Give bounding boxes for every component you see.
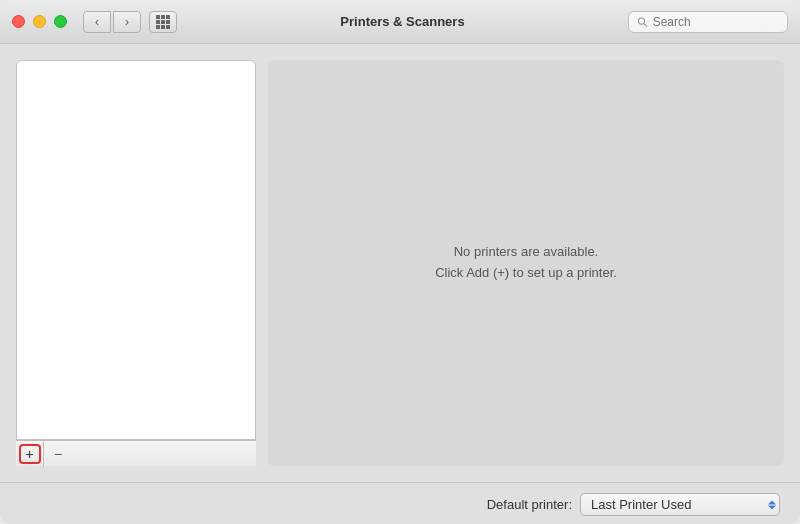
grid-view-button[interactable] xyxy=(149,11,177,33)
no-printers-line2: Click Add (+) to set up a printer. xyxy=(435,263,617,284)
maximize-button[interactable] xyxy=(54,15,67,28)
minus-icon: − xyxy=(54,446,62,462)
main-content: + − No printers are available. Click Add… xyxy=(0,44,800,482)
nav-buttons: ‹ › xyxy=(83,11,141,33)
search-box[interactable] xyxy=(628,11,788,33)
search-input[interactable] xyxy=(653,15,779,29)
printer-list-toolbar: + − xyxy=(16,440,256,466)
default-printer-select[interactable]: Last Printer Used xyxy=(580,493,780,516)
default-printer-select-wrapper: Last Printer Used xyxy=(580,493,780,516)
chevron-right-icon: › xyxy=(125,15,129,29)
close-button[interactable] xyxy=(12,15,25,28)
remove-printer-button[interactable]: − xyxy=(44,441,72,467)
no-printers-line1: No printers are available. xyxy=(435,242,617,263)
add-printer-button[interactable]: + xyxy=(16,441,44,467)
no-printers-message: No printers are available. Click Add (+)… xyxy=(435,242,617,284)
default-printer-row: Default printer: Last Printer Used xyxy=(20,493,780,516)
title-bar: ‹ › Printers & Scanners xyxy=(0,0,800,44)
svg-line-1 xyxy=(644,23,647,26)
printer-list xyxy=(16,60,256,440)
bottom-bar: Default printer: Last Printer Used Defau… xyxy=(0,482,800,524)
left-panel: + − xyxy=(16,60,256,466)
nav-forward-button[interactable]: › xyxy=(113,11,141,33)
window-title: Printers & Scanners xyxy=(177,14,628,29)
traffic-lights xyxy=(12,15,67,28)
chevron-left-icon: ‹ xyxy=(95,15,99,29)
search-icon xyxy=(637,16,648,28)
plus-icon: + xyxy=(25,447,33,461)
right-panel: No printers are available. Click Add (+)… xyxy=(268,60,784,466)
default-printer-label: Default printer: xyxy=(432,497,572,512)
grid-icon xyxy=(156,15,170,29)
nav-back-button[interactable]: ‹ xyxy=(83,11,111,33)
minimize-button[interactable] xyxy=(33,15,46,28)
